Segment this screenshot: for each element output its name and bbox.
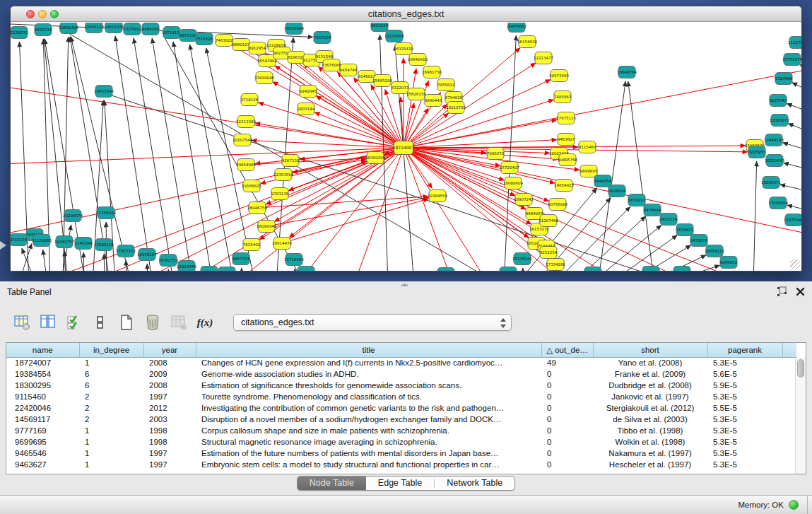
- table-cell[interactable]: 2009: [143, 368, 196, 380]
- column-header-in_degree[interactable]: in_degree: [79, 343, 143, 357]
- table-cell[interactable]: 2: [79, 391, 143, 402]
- close-panel-icon[interactable]: [796, 287, 805, 296]
- table-row[interactable]: 1872400712008Changes of HCN gene express…: [6, 357, 796, 368]
- table-cell[interactable]: 18300295: [6, 380, 79, 391]
- table-cell[interactable]: Yano et al. (2008): [593, 357, 707, 368]
- table-row[interactable]: 946554611997Estimation of the future num…: [6, 448, 796, 459]
- table-cell[interactable]: 2003: [143, 414, 196, 425]
- column-header-pagerank[interactable]: pagerank: [707, 343, 782, 357]
- graph-edge[interactable]: [163, 35, 305, 271]
- graph-edge[interactable]: [395, 45, 414, 271]
- table-cell[interactable]: Jankovic et al. (1997): [593, 391, 707, 402]
- table-cell[interactable]: 2008: [143, 357, 196, 368]
- graph-edge[interactable]: [787, 103, 801, 111]
- table-cell[interactable]: 5.3E-5: [707, 436, 782, 448]
- table-cell[interactable]: 2012: [143, 402, 196, 414]
- table-row[interactable]: 1456911722003Disruption of a novel membe…: [6, 414, 796, 425]
- graph-edge[interactable]: [152, 38, 193, 271]
- delete-rows-trash-icon[interactable]: [143, 313, 162, 332]
- table-cell[interactable]: 5.3E-5: [707, 414, 782, 425]
- minimize-window-button[interactable]: [38, 10, 47, 18]
- table-cell[interactable]: 2: [79, 402, 143, 414]
- scrollbar-thumb[interactable]: [797, 359, 804, 378]
- new-table-icon[interactable]: [117, 313, 136, 332]
- table-cell[interactable]: Tourette syndrome. Phenomenology and cla…: [196, 391, 541, 402]
- graph-edge[interactable]: [282, 199, 429, 243]
- table-cell[interactable]: 9465546: [6, 448, 79, 459]
- column-visibility-icon[interactable]: [39, 313, 57, 332]
- tab-network-table[interactable]: Network Table: [435, 477, 514, 490]
- table-cell[interactable]: 5.3E-5: [707, 391, 782, 402]
- table-cell[interactable]: 1: [79, 448, 143, 459]
- table-cell[interactable]: 5.5E-5: [707, 402, 782, 414]
- table-cell[interactable]: 1997: [143, 391, 196, 402]
- window-titlebar[interactable]: citations_edges.txt: [11, 6, 801, 22]
- graph-edge[interactable]: [784, 163, 801, 169]
- graph-edge[interactable]: [71, 37, 131, 271]
- graph-edge[interactable]: [792, 83, 801, 90]
- graph-edge[interactable]: [753, 161, 757, 271]
- graph-edge[interactable]: [523, 268, 524, 271]
- table-cell[interactable]: 0: [541, 368, 593, 380]
- graph-node[interactable]: [437, 268, 454, 271]
- graph-edge[interactable]: [70, 37, 110, 271]
- graph-edge[interactable]: [404, 148, 453, 271]
- table-cell[interactable]: 5.3E-5: [707, 459, 782, 470]
- table-cell[interactable]: Genome-wide association studies in ADHD.: [196, 368, 541, 380]
- select-rows-icon[interactable]: [65, 313, 83, 332]
- table-cell[interactable]: 5.3E-5: [707, 357, 782, 368]
- graph-edge[interactable]: [782, 143, 801, 150]
- table-cell[interactable]: de Silva et al. (2003): [593, 414, 707, 425]
- table-row[interactable]: 969969511998Structural magnetic resonanc…: [6, 436, 796, 448]
- graph-edge[interactable]: [134, 38, 174, 271]
- table-selector-dropdown[interactable]: citations_edges.txt: [233, 314, 512, 331]
- table-cell[interactable]: 18724007: [6, 357, 79, 368]
- table-cell[interactable]: 0: [541, 425, 593, 436]
- table-cell[interactable]: 1998: [143, 425, 196, 436]
- table-cell[interactable]: 0: [541, 459, 593, 470]
- table-cell[interactable]: 22420046: [6, 402, 79, 414]
- table-cell[interactable]: 5.6E-5: [707, 368, 782, 380]
- table-row[interactable]: 946362711997Embryonic stem cells: a mode…: [6, 459, 796, 470]
- splitter-handle-icon[interactable]: [400, 283, 409, 287]
- table-cell[interactable]: Stergiakouli et al. (2012): [593, 402, 707, 414]
- graph-edge[interactable]: [572, 216, 645, 271]
- table-cell[interactable]: 0: [541, 448, 593, 459]
- graph-edge[interactable]: [787, 205, 801, 210]
- graph-edge[interactable]: [147, 264, 148, 271]
- table-cell[interactable]: Corpus callosum shape and size in male p…: [196, 425, 541, 436]
- pane-toggle-arrow-icon[interactable]: [0, 241, 6, 250]
- table-cell[interactable]: 1997: [143, 448, 196, 459]
- graph-edge[interactable]: [298, 148, 404, 271]
- table-cell[interactable]: Wolkin et al. (1998): [593, 436, 707, 448]
- table-cell[interactable]: 0: [541, 402, 593, 414]
- table-cell[interactable]: 5.3E-5: [707, 448, 782, 459]
- tab-edge-table[interactable]: Edge Table: [366, 477, 434, 490]
- table-cell[interactable]: 1997: [143, 459, 196, 470]
- table-cell[interactable]: Changes of HCN gene expression and I(f) …: [196, 357, 541, 368]
- table-cell[interactable]: Tibbo et al. (1998): [593, 425, 707, 436]
- table-cell[interactable]: 5.3E-5: [707, 425, 782, 436]
- table-cell[interactable]: 1: [79, 436, 143, 448]
- table-cell[interactable]: Disruption of a novel member of a sodium…: [196, 414, 541, 425]
- graph-edge[interactable]: [628, 81, 654, 271]
- table-cell[interactable]: 0: [541, 436, 593, 448]
- table-cell[interactable]: 0: [541, 380, 593, 391]
- memory-status-indicator[interactable]: [789, 500, 799, 510]
- graph-edge[interactable]: [788, 124, 801, 131]
- table-cell[interactable]: 2: [79, 414, 143, 425]
- vertical-scrollbar[interactable]: [795, 358, 806, 474]
- graph-edge[interactable]: [404, 148, 750, 271]
- column-header-out_de[interactable]: △ out_de…: [541, 343, 593, 357]
- table-cell[interactable]: 19384554: [6, 368, 79, 380]
- table-cell[interactable]: Estimation of significance thresholds fo…: [196, 380, 541, 391]
- graph-edge[interactable]: [404, 100, 554, 148]
- tab-node-table[interactable]: Node Table: [298, 477, 366, 490]
- table-cell[interactable]: 9463627: [6, 459, 79, 470]
- table-row[interactable]: 911546021997Tourette syndrome. Phenomeno…: [6, 391, 796, 402]
- table-cell[interactable]: 9699695: [6, 436, 79, 448]
- table-cell[interactable]: Investigating the contribution of common…: [196, 402, 541, 414]
- column-header-title[interactable]: title: [196, 343, 541, 357]
- clear-selection-icon[interactable]: [91, 313, 110, 332]
- graph-edge[interactable]: [83, 252, 84, 271]
